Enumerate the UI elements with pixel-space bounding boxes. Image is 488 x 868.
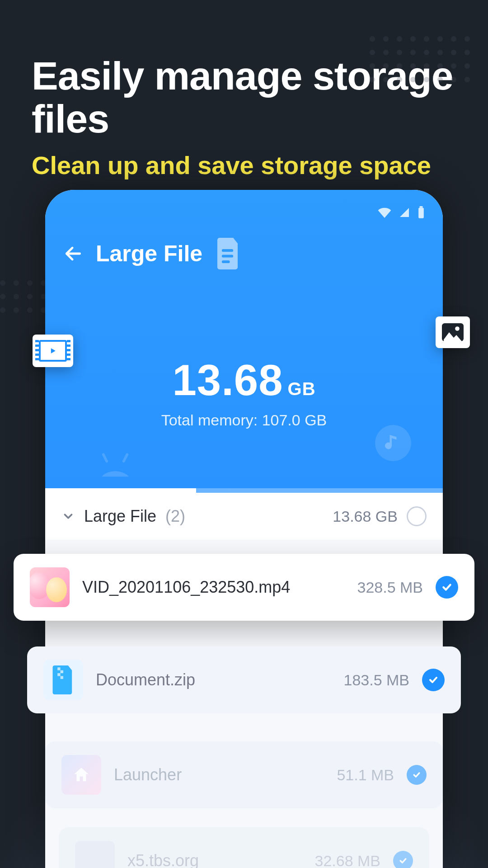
file-row[interactable]: Launcher 51.1 MB — [45, 741, 443, 808]
file-size: 51.1 MB — [337, 766, 394, 784]
section-label: Large File — [84, 507, 156, 526]
signal-icon — [399, 207, 410, 218]
svg-line-8 — [124, 454, 127, 461]
film-icon — [33, 335, 73, 367]
section-size: 13.68 GB — [333, 508, 398, 525]
svg-line-7 — [103, 454, 107, 461]
stat-value: 13.68 — [172, 355, 283, 405]
selected-checkbox[interactable] — [436, 576, 458, 599]
svg-rect-12 — [61, 676, 63, 679]
back-arrow-icon[interactable] — [63, 244, 83, 264]
section-header[interactable]: Large File (2) 13.68 GB — [45, 493, 443, 540]
file-row[interactable]: Document.zip 183.5 MB — [27, 646, 461, 713]
file-name: Launcher — [114, 765, 324, 784]
zip-icon — [43, 660, 83, 700]
app-header: Large File 13.68 GB Total memory: 107.0 … — [45, 190, 443, 493]
selected-checkbox[interactable] — [407, 765, 427, 785]
status-bar — [63, 203, 425, 222]
music-icon — [375, 425, 411, 461]
svg-rect-2 — [222, 249, 233, 252]
svg-point-5 — [106, 467, 110, 472]
svg-rect-4 — [222, 260, 230, 263]
image-icon — [436, 316, 470, 348]
file-size: 328.5 MB — [357, 579, 423, 596]
file-size: 183.5 MB — [343, 671, 409, 689]
file-icon — [75, 841, 115, 868]
file-row[interactable]: VID_20201106_232530.mp4 328.5 MB — [14, 554, 474, 621]
file-row[interactable]: x5.tbs.org 32.68 MB — [59, 827, 429, 868]
hero: Easily manage storage files Clean up and… — [0, 0, 488, 207]
file-size: 32.68 MB — [314, 852, 380, 868]
svg-rect-3 — [222, 255, 233, 258]
decorative-dots — [370, 36, 470, 82]
svg-rect-11 — [57, 673, 60, 676]
screen-title: Large File — [96, 241, 202, 267]
file-name: Document.zip — [96, 670, 331, 689]
battery-icon — [418, 206, 425, 219]
select-all-checkbox[interactable] — [407, 506, 427, 526]
storage-stat: 13.68 GB Total memory: 107.0 GB — [63, 355, 425, 429]
svg-rect-10 — [61, 670, 63, 673]
android-icon — [95, 450, 136, 479]
app-icon — [61, 755, 101, 795]
file-name: x5.tbs.org — [127, 851, 302, 868]
svg-point-6 — [120, 467, 124, 472]
chevron-down-icon — [61, 509, 75, 523]
selected-checkbox[interactable] — [393, 851, 413, 868]
selected-checkbox[interactable] — [422, 669, 445, 691]
progress-fill — [45, 488, 196, 493]
file-name: VID_20201106_232530.mp4 — [82, 578, 344, 597]
document-icon — [215, 238, 242, 269]
stat-subtext: Total memory: 107.0 GB — [63, 411, 425, 429]
stat-unit: GB — [288, 379, 316, 399]
svg-rect-0 — [418, 208, 424, 218]
section-count: (2) — [165, 507, 185, 526]
hero-subtitle: Clean up and save storage space — [32, 151, 456, 180]
video-thumbnail — [30, 567, 70, 607]
svg-point-14 — [455, 326, 460, 331]
app-bar: Large File — [63, 238, 425, 269]
svg-rect-1 — [420, 206, 423, 208]
wifi-icon — [378, 207, 391, 218]
progress-bar — [45, 488, 443, 493]
svg-rect-9 — [57, 667, 60, 670]
